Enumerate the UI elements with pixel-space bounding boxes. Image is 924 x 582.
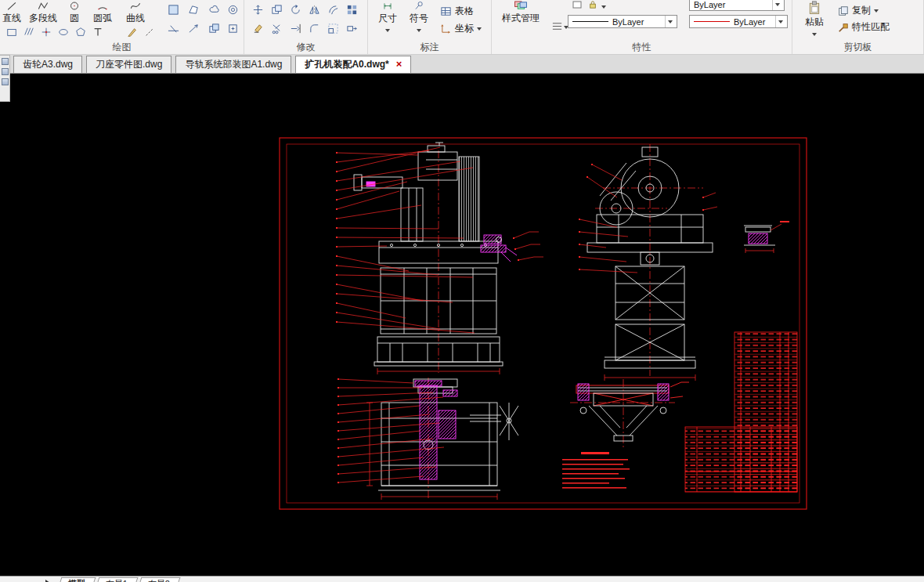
layer-menu-icon[interactable]	[550, 19, 564, 33]
color-dropdown-button[interactable]	[772, 0, 782, 10]
polyline-button-label: 多段线	[29, 12, 57, 25]
rectangle-icon[interactable]	[5, 25, 19, 39]
copy-button[interactable]: 复制	[838, 4, 879, 17]
copy-button-label: 复制	[852, 4, 871, 17]
trim-icon[interactable]	[269, 21, 283, 35]
donut-icon[interactable]	[226, 2, 240, 16]
linetype-value: ByLayer	[734, 17, 771, 27]
scale-icon[interactable]	[326, 21, 340, 35]
table-button[interactable]: 表格	[440, 5, 474, 18]
style-manager-label: 样式管理	[502, 12, 540, 25]
side-palette-strip[interactable]	[0, 55, 10, 102]
block-icon[interactable]	[207, 21, 221, 35]
tab-model-label: 模型	[68, 577, 85, 582]
linetype-select[interactable]: ByLayer	[689, 15, 788, 28]
fillet-icon[interactable]	[307, 21, 321, 35]
offset-icon[interactable]	[326, 2, 340, 16]
linetype-dropdown-button[interactable]	[775, 16, 785, 27]
style-manager-button[interactable]: 样式管理	[498, 1, 543, 25]
extend-icon[interactable]	[288, 21, 302, 35]
circle-icon	[68, 1, 81, 11]
coordinate-button-label: 坐标	[455, 22, 474, 35]
construction-line-icon[interactable]	[166, 21, 180, 35]
arc-button-label: 圆弧	[93, 12, 112, 25]
chevron-down-icon	[385, 29, 390, 34]
move-icon[interactable]	[251, 2, 265, 16]
polyline-icon	[37, 1, 49, 11]
coordinate-button[interactable]: 坐标	[440, 22, 482, 35]
text-icon[interactable]	[91, 25, 105, 39]
rotate-icon[interactable]	[288, 2, 302, 16]
hatch-icon[interactable]	[22, 25, 36, 39]
doc-tab-hole-expander-active[interactable]: 扩孔机装配A0.dwg*×	[295, 56, 411, 73]
symbol-icon	[413, 1, 425, 11]
lineweight-select[interactable]: ByLayer	[568, 15, 677, 28]
chevron-down-icon	[775, 3, 780, 9]
line-button-label: 直线	[2, 12, 21, 25]
palette-icon	[2, 78, 9, 85]
copy-object-icon[interactable]	[269, 2, 283, 16]
dimension-button[interactable]: 尺寸	[374, 1, 401, 34]
symbol-button[interactable]: 符号	[406, 1, 432, 34]
drawing-canvas[interactable]	[0, 74, 924, 576]
lineweight-value: ByLayer	[612, 17, 661, 27]
tab-layout1[interactable]: 布局1	[96, 577, 139, 582]
arc-icon	[96, 1, 109, 11]
linetype-sample-line	[694, 21, 730, 22]
spline-icon	[129, 1, 142, 11]
line-button[interactable]: 直线	[0, 1, 23, 25]
table-button-label: 表格	[455, 5, 474, 18]
insert-icon[interactable]	[226, 21, 240, 35]
tab-layout2-label: 布局2	[148, 577, 170, 582]
palette-icon	[2, 58, 9, 65]
stretch-icon[interactable]	[345, 21, 359, 35]
array-icon[interactable]	[345, 2, 359, 16]
table-icon	[440, 5, 452, 17]
draw-panel-label: 绘图	[0, 41, 244, 54]
front-view-leaders	[337, 147, 543, 333]
document-tabbar: 齿轮A3.dwg 刀座零件图.dwg 导轨系统部装图A1.dwg 扩孔机装配A0…	[0, 55, 924, 74]
lock-icon[interactable]	[586, 0, 600, 9]
parts-list-table	[685, 332, 797, 492]
ribbon: 直线 多段线 圆 圆弧 曲线	[0, 0, 924, 55]
ellipse-icon[interactable]	[56, 25, 70, 39]
clipboard-panel-label: 剪切板	[792, 41, 923, 54]
doc-tab-toolholder[interactable]: 刀座零件图.dwg	[86, 56, 171, 73]
chevron-down-icon	[668, 20, 673, 26]
pencil-icon[interactable]	[125, 25, 139, 39]
point-icon[interactable]	[39, 25, 53, 39]
technical-notes-text	[562, 452, 630, 489]
color-swatch-icon[interactable]	[570, 0, 584, 9]
chevron-down-icon	[477, 27, 482, 33]
close-tab-icon[interactable]: ×	[396, 58, 402, 70]
section-view-magenta-parts	[415, 381, 457, 479]
annotate-panel-label: 标注	[368, 41, 491, 54]
erase-icon[interactable]	[251, 21, 265, 35]
chevron-down-icon[interactable]	[601, 5, 606, 11]
copy-icon	[838, 5, 849, 16]
region-icon[interactable]	[166, 2, 180, 16]
lineweight-dropdown-button[interactable]	[665, 16, 675, 27]
doc-tab-gear-a3[interactable]: 齿轮A3.dwg	[13, 56, 82, 73]
ray-icon[interactable]	[186, 21, 200, 35]
revision-cloud-icon[interactable]	[207, 2, 221, 16]
arc-button[interactable]: 圆弧	[88, 1, 117, 25]
model-space-canvas	[0, 74, 924, 576]
wipeout-icon[interactable]	[186, 2, 200, 16]
spline-button[interactable]: 曲线	[121, 1, 150, 25]
tab-layout1-label: 布局1	[106, 577, 128, 582]
match-properties-button[interactable]: 特性匹配	[838, 20, 890, 34]
doc-tab-guide-rail[interactable]: 导轨系统部装图A1.dwg	[175, 56, 291, 73]
color-select[interactable]: ByLayer	[689, 0, 785, 11]
doc-tab-label: 导轨系统部装图A1.dwg	[185, 59, 282, 70]
symbol-button-label: 符号	[410, 12, 428, 25]
polygon-icon[interactable]	[74, 25, 88, 39]
coordinate-icon	[440, 23, 452, 34]
paste-button[interactable]: 粘贴	[799, 1, 830, 38]
tab-model[interactable]: 模型	[58, 577, 96, 582]
tab-layout2[interactable]: 布局2	[138, 577, 181, 582]
divide-icon[interactable]	[143, 25, 157, 39]
mirror-icon[interactable]	[307, 2, 321, 16]
polyline-button[interactable]: 多段线	[24, 1, 62, 25]
circle-button[interactable]: 圆	[64, 1, 85, 25]
